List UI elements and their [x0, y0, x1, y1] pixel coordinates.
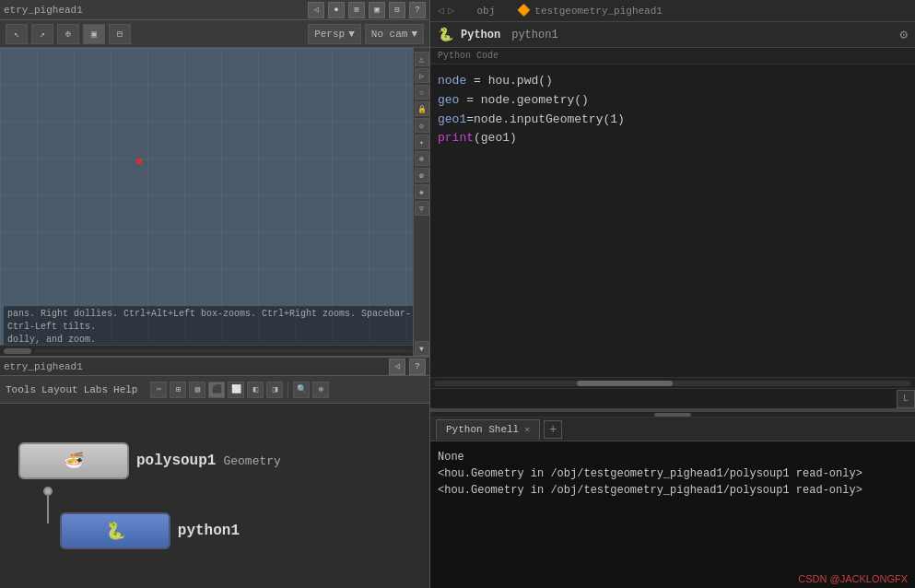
side-btn-5[interactable]: ◇ [415, 118, 429, 133]
shell-tab-python[interactable]: Python Shell ✕ [436, 419, 540, 440]
code-input[interactable] [430, 393, 897, 406]
viewport-side-toolbar: △ ▷ ○ 🔒 ◇ ✦ ⊕ ✿ ◈ ▽ ▼ [413, 48, 429, 356]
polysoup1-bottom-connector [43, 487, 53, 496]
viewport-title: etry_pighead1 [4, 5, 308, 16]
network-header-btns: ◁ ? [389, 359, 426, 375]
side-btn-10[interactable]: ▽ [415, 201, 429, 216]
settings-icon[interactable]: ⚙ [900, 27, 908, 42]
code-editor[interactable]: node = hou.pwd() geo = node.geometry() g… [430, 65, 915, 377]
net-color-btn[interactable]: ◨ [266, 382, 283, 398]
tools-label: Tools [6, 384, 36, 395]
h-scrollbar[interactable] [0, 345, 413, 356]
code-line-1: node = hou.pwd() [438, 72, 908, 91]
node-container: 🍜 polysoup1 Geometry 🐍 python1 [18, 442, 281, 549]
side-btn-lock[interactable]: 🔒 [415, 101, 429, 116]
scrollbar-thumb[interactable] [577, 381, 673, 386]
shell-tab-close-btn[interactable]: ✕ [524, 424, 530, 435]
code-label-bar: Python Code [430, 48, 915, 65]
tab-node-icon: 🔶 [517, 4, 531, 18]
right-tab-bar: ◁ ▷ obj 🔶 testgeometry_pighead1 [430, 0, 915, 22]
network-help-btn[interactable]: ? [409, 359, 426, 375]
net-grid-btn[interactable]: ⊞ [170, 382, 186, 398]
input-btn[interactable]: L [897, 390, 915, 408]
polysoup1-sublabel: Geometry [223, 454, 280, 468]
help-label[interactable]: Help [113, 384, 137, 395]
shell-tab-label: Python Shell [446, 424, 519, 435]
side-btn-1[interactable]: △ [415, 52, 429, 66]
polysoup1-box[interactable]: 🍜 [18, 442, 129, 479]
side-btn-2[interactable]: ▷ [415, 68, 429, 83]
viewport-grid-btn[interactable]: ⊞ [348, 2, 365, 18]
right-panel: ◁ ▷ obj 🔶 testgeometry_pighead1 🐍 Python… [429, 0, 915, 588]
python1-node[interactable]: 🐍 python1 [60, 512, 240, 549]
shell-tab-bar: Python Shell ✕ + [430, 417, 915, 441]
tab-obj[interactable]: obj [469, 4, 502, 18]
viewport-marker [136, 159, 142, 164]
net-snap-btn[interactable]: ⊕ [312, 382, 329, 398]
net-overlay-btn[interactable]: ◧ [247, 382, 264, 398]
net-cut-btn[interactable]: ✂ [150, 382, 167, 398]
h-scrollbar-right[interactable] [430, 377, 915, 388]
net-view2-btn[interactable]: ⬜ [228, 382, 244, 398]
resize-handle-bar [654, 413, 691, 417]
net-list-btn[interactable]: ▤ [189, 382, 205, 398]
active-tool-btn[interactable]: ▣ [83, 24, 105, 44]
connection-line [47, 496, 49, 523]
side-btn-8[interactable]: ✿ [415, 168, 429, 182]
viewport-hint: pans. Right dollies. Ctrl+Alt+Left box-z… [4, 306, 429, 348]
persp-dropdown[interactable]: Persp ▼ [308, 24, 361, 44]
viewport-pin-btn[interactable]: ◁ [308, 2, 324, 18]
shell-add-tab-btn[interactable]: + [544, 420, 562, 439]
forward-btn[interactable]: ▷ [448, 4, 454, 18]
side-btn-7[interactable]: ⊕ [415, 151, 429, 166]
network-pin-btn[interactable]: ◁ [389, 359, 405, 375]
scrollbar-track[interactable] [434, 381, 911, 386]
viewport-header: etry_pighead1 ◁ ● ⊞ ▣ ⊟ ? [0, 0, 429, 20]
viewport-layout-btn[interactable]: ⊟ [389, 2, 405, 18]
connection-area [43, 487, 53, 523]
cam-dropdown[interactable]: No cam ▼ [365, 24, 424, 44]
polysoup1-node[interactable]: 🍜 polysoup1 Geometry [18, 442, 281, 479]
code-section-label: Python Code [438, 51, 499, 61]
network-tool-icons: ✂ ⊞ ▤ ⬛ ⬜ ◧ ◨ 🔍 ⊕ [150, 382, 329, 398]
network-toolbar: Tools Layout Labs Help ✂ ⊞ ▤ ⬛ ⬜ ◧ ◨ 🔍 ⊕ [0, 376, 429, 404]
net-search-btn[interactable]: 🔍 [293, 382, 310, 398]
viewport-help-btn[interactable]: ? [409, 2, 426, 18]
left-panel: etry_pighead1 ◁ ● ⊞ ▣ ⊟ ? ↖ ↗ ⊕ ▣ ⊟ Pers… [0, 0, 429, 588]
tab-node-label: testgeometry_pighead1 [534, 6, 663, 17]
side-btn-3[interactable]: ○ [415, 85, 429, 100]
code-line-2: geo = node.geometry() [438, 91, 908, 111]
rotate-tool-btn[interactable]: ⊕ [57, 24, 79, 44]
viewport-toolbar: ↖ ↗ ⊕ ▣ ⊟ Persp ▼ No cam ▼ [0, 20, 429, 48]
input-bar: L [430, 388, 915, 408]
side-btn-9[interactable]: ◈ [415, 184, 429, 199]
viewport-area[interactable]: pans. Right dollies. Ctrl+Alt+Left box-z… [0, 48, 429, 356]
python1-label: python1 [178, 523, 240, 539]
python-header: 🐍 Python python1 ⚙ [430, 22, 915, 48]
side-btn-6[interactable]: ✦ [415, 135, 429, 149]
tab-node[interactable]: 🔶 testgeometry_pighead1 [510, 2, 670, 19]
python1-box[interactable]: 🐍 [60, 512, 170, 549]
shell-resize-handle[interactable] [430, 410, 915, 417]
select-tool-btn[interactable]: ↖ [6, 24, 28, 44]
layout-label[interactable]: Layout [41, 384, 78, 395]
side-btn-bottom[interactable]: ▼ [415, 341, 429, 356]
polysoup1-label: polysoup1 [136, 453, 216, 469]
nav-arrows: ◁ ▷ [438, 4, 454, 18]
shell-line-geo2: <hou.Geometry in /obj/testgeometry_pighe… [438, 482, 908, 499]
polysoup1-icon: 🍜 [64, 451, 84, 471]
divider1 [287, 382, 288, 398]
scale-tool-btn[interactable]: ⊟ [109, 24, 131, 44]
python-label: Python [461, 29, 500, 41]
python1-icon: 🐍 [105, 521, 125, 541]
viewport-cam-btn[interactable]: ▣ [369, 2, 385, 18]
net-view-btn[interactable]: ⬛ [208, 382, 225, 398]
shell-line-none: None [438, 449, 908, 465]
python-icon: 🐍 [438, 27, 453, 42]
move-tool-btn[interactable]: ↗ [31, 24, 53, 44]
viewport-eye-btn[interactable]: ● [328, 2, 345, 18]
network-area[interactable]: 🍜 polysoup1 Geometry 🐍 python1 [0, 404, 429, 588]
back-btn[interactable]: ◁ [438, 4, 444, 18]
labs-label[interactable]: Labs [84, 384, 108, 395]
shell-line-geo1: <hou.Geometry in /obj/testgeometry_pighe… [438, 465, 908, 482]
